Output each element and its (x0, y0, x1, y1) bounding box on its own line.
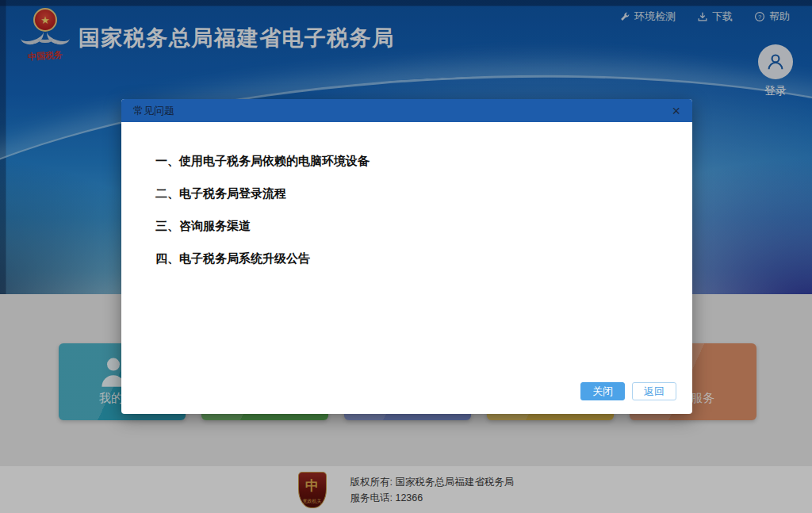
faq-item-4[interactable]: 四、电子税务局系统升级公告 (155, 251, 668, 266)
modal-title: 常见问题 (133, 104, 174, 118)
faq-item-2[interactable]: 二、电子税务局登录流程 (155, 186, 668, 201)
faq-item-3[interactable]: 三、咨询服务渠道 (155, 219, 668, 234)
modal-header: 常见问题 × (121, 99, 692, 122)
back-button[interactable]: 返回 (632, 382, 676, 400)
modal-body: 一、使用电子税务局依赖的电脑环境设备 二、电子税务局登录流程 三、咨询服务渠道 … (121, 122, 692, 266)
close-icon[interactable]: × (672, 104, 680, 118)
faq-item-1[interactable]: 一、使用电子税务局依赖的电脑环境设备 (155, 154, 668, 169)
close-button[interactable]: 关闭 (580, 382, 625, 400)
page: ★ 中国税务 国家税务总局福建省电子税务局 环境检测 下载 (0, 0, 812, 513)
faq-modal: 常见问题 × 一、使用电子税务局依赖的电脑环境设备 二、电子税务局登录流程 三、… (121, 99, 692, 414)
modal-actions: 关闭 返回 (580, 382, 676, 400)
